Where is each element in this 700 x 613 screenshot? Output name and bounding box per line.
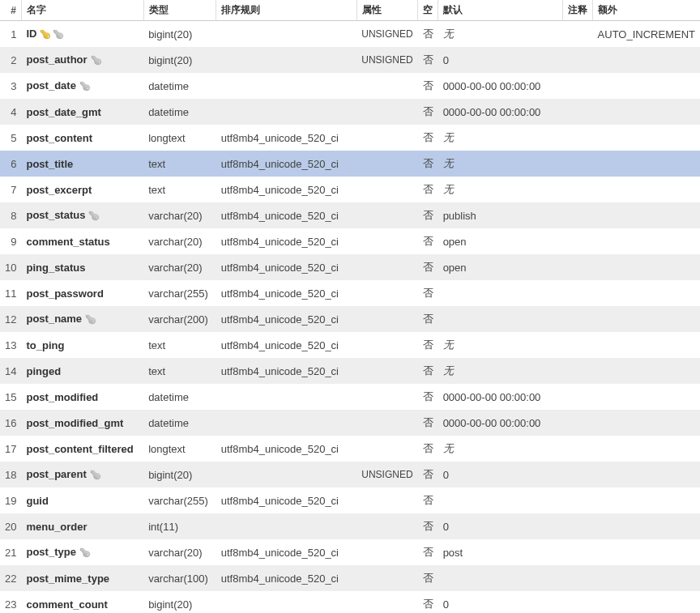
column-collation: utf8mb4_unicode_520_ci [216,125,357,151]
column-extra [593,591,700,613]
column-extra [593,47,700,73]
header-name[interactable]: 名字 [21,0,143,21]
column-nullable: 否 [418,332,438,358]
column-extra [593,306,700,332]
column-name: post_parent [21,462,143,487]
row-number: 18 [0,462,21,487]
header-type[interactable]: 类型 [143,0,216,21]
column-type: longtext [143,436,216,462]
table-row[interactable]: 7post_excerpttextutf8mb4_unicode_520_ci否… [0,177,700,202]
column-attributes: UNSIGNED [356,47,417,73]
table-row[interactable]: 22post_mime_typevarchar(100)utf8mb4_unic… [0,565,700,591]
table-row[interactable]: 4post_date_gmtdatetime否0000-00-00 00:00:… [0,99,700,125]
column-extra [593,125,700,151]
column-attributes: UNSIGNED [356,462,417,487]
column-default [438,565,563,591]
table-row[interactable]: 5post_contentlongtextutf8mb4_unicode_520… [0,125,700,151]
index-key-icon [79,547,91,559]
row-number: 10 [0,254,21,280]
table-row[interactable]: 13to_pingtextutf8mb4_unicode_520_ci否无 [0,332,700,358]
column-nullable: 否 [418,254,438,280]
column-default: 0000-00-00 00:00:00 [438,410,563,436]
header-null[interactable]: 空 [418,0,438,21]
column-default: 0000-00-00 00:00:00 [438,99,563,125]
table-row[interactable]: 11post_passwordvarchar(255)utf8mb4_unico… [0,280,700,306]
column-collation: utf8mb4_unicode_520_ci [216,254,357,280]
column-type: longtext [143,125,216,151]
column-nullable: 否 [418,47,438,73]
header-collation[interactable]: 排序规则 [216,0,357,21]
index-key-icon [91,55,102,66]
column-default: 无 [438,332,563,358]
column-extra [593,177,700,202]
column-comment [563,591,593,613]
table-row[interactable]: 23comment_countbigint(20)否0 [0,591,700,613]
table-row[interactable]: 15post_modifieddatetime否0000-00-00 00:00… [0,384,700,410]
column-type: bigint(20) [143,591,216,613]
column-comment [563,151,593,177]
column-type: varchar(100) [143,565,216,591]
column-type: varchar(255) [143,487,216,513]
column-comment [563,306,593,332]
table-row[interactable]: 6post_titletextutf8mb4_unicode_520_ci否无 [0,151,700,177]
column-comment [563,462,593,487]
column-type: bigint(20) [143,462,216,487]
table-row[interactable]: 10ping_statusvarchar(20)utf8mb4_unicode_… [0,254,700,280]
row-number: 22 [0,565,21,591]
column-collation [216,462,357,487]
column-collation: utf8mb4_unicode_520_ci [216,177,357,202]
row-number: 2 [0,47,21,73]
column-default: 0000-00-00 00:00:00 [438,384,563,410]
header-default[interactable]: 默认 [438,0,563,21]
column-attributes [356,513,417,539]
row-number: 6 [0,151,21,177]
column-type: varchar(20) [143,539,216,565]
row-number: 23 [0,591,21,613]
table-row[interactable]: 18post_parentbigint(20)UNSIGNED否0 [0,462,700,487]
column-comment [563,21,593,48]
column-default: 0 [438,513,563,539]
row-number: 1 [0,21,21,48]
header-num[interactable]: # [0,0,21,21]
table-row[interactable]: 2post_authorbigint(20)UNSIGNED否0 [0,47,700,73]
header-attributes[interactable]: 属性 [356,0,417,21]
table-row[interactable]: 19guidvarchar(255)utf8mb4_unicode_520_ci… [0,487,700,513]
table-row[interactable]: 20menu_orderint(11)否0 [0,513,700,539]
column-collation [216,410,357,436]
column-nullable: 否 [418,280,438,306]
column-extra [593,513,700,539]
column-attributes [356,99,417,125]
column-type: text [143,332,216,358]
table-row[interactable]: 3post_datedatetime否0000-00-00 00:00:00 [0,73,700,99]
table-row[interactable]: 1IDbigint(20)UNSIGNED否无AUTO_INCREMENT [0,21,700,48]
column-type: text [143,177,216,202]
table-row[interactable]: 17post_content_filteredlongtextutf8mb4_u… [0,436,700,462]
column-name: to_ping [21,332,143,358]
column-name: comment_count [21,591,143,613]
header-extra[interactable]: 额外 [593,0,700,21]
column-extra [593,280,700,306]
column-default: open [438,228,563,254]
column-name: pinged [21,358,143,384]
header-comments[interactable]: 注释 [563,0,593,21]
table-row[interactable]: 8post_statusvarchar(20)utf8mb4_unicode_5… [0,202,700,228]
column-type: bigint(20) [143,21,216,48]
column-attributes [356,280,417,306]
column-extra [593,151,700,177]
row-number: 3 [0,73,21,99]
column-name: post_status [21,202,143,228]
column-comment [563,47,593,73]
column-name: post_mime_type [21,565,143,591]
column-attributes [356,151,417,177]
column-type: text [143,358,216,384]
column-collation: utf8mb4_unicode_520_ci [216,565,357,591]
table-row[interactable]: 9comment_statusvarchar(20)utf8mb4_unicod… [0,228,700,254]
table-row[interactable]: 21post_typevarchar(20)utf8mb4_unicode_52… [0,539,700,565]
table-row[interactable]: 14pingedtextutf8mb4_unicode_520_ci否无 [0,358,700,384]
column-comment [563,99,593,125]
table-row[interactable]: 12post_namevarchar(200)utf8mb4_unicode_5… [0,306,700,332]
index-key-icon [88,211,100,222]
row-number: 8 [0,202,21,228]
row-number: 15 [0,384,21,410]
table-row[interactable]: 16post_modified_gmtdatetime否0000-00-00 0… [0,410,700,436]
